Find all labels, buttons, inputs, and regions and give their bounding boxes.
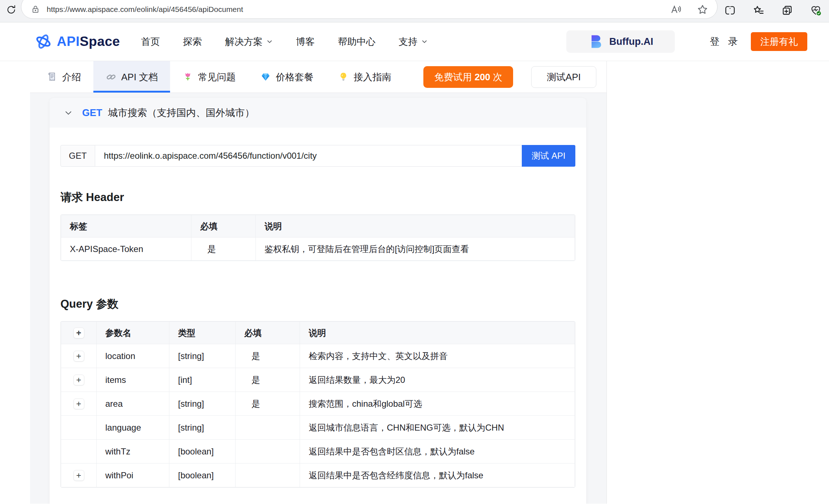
param-name-cell: items (97, 368, 169, 392)
param-name-cell: withTz (97, 440, 169, 464)
tab-pricing[interactable]: 价格套餐 (248, 61, 326, 93)
url-text[interactable]: https://www.apispace.com/eolink/api/4564… (47, 5, 670, 14)
table-row: + location [string] 是 检索内容，支持中文、英文以及拼音 (61, 344, 575, 368)
column-header: 参数名 (97, 322, 169, 344)
favorite-star-icon[interactable] (697, 4, 709, 16)
read-aloud-icon[interactable] (670, 4, 682, 16)
table-row: withTz [boolean] 返回结果中是否包含时区信息，默认为false (61, 440, 575, 464)
register-button[interactable]: 注册有礼 (751, 32, 807, 51)
description-cell: 鉴权私钥，可登陆后在管理后台的[访问控制]页面查看 (256, 238, 575, 261)
request-url-row: GET 测试 API (60, 145, 575, 167)
buffup-brand-text: Buffup.AI (609, 36, 653, 47)
free-trial-button[interactable]: 免费试用 200 次 (423, 66, 513, 88)
doc-content-area: GET 城市搜索（支持国内、国外城市） GET 测试 API 请求 Header (30, 93, 606, 504)
buffup-ai-banner[interactable]: Buffup.AI (566, 30, 675, 53)
tab-faq[interactable]: 常见问题 (170, 61, 248, 93)
expand-row-button[interactable]: + (73, 375, 84, 385)
description-cell: 检索内容，支持中文、英文以及拼音 (300, 344, 575, 368)
column-header: 必填 (236, 322, 300, 344)
apispace-logo-icon (34, 32, 53, 51)
query-params-table: + 参数名 类型 必填 说明 + location [strin (61, 321, 575, 487)
login-link[interactable]: 登 录 (710, 35, 741, 48)
apispace-logo-text: APISpace (57, 34, 120, 49)
collections-icon[interactable] (781, 4, 793, 16)
endpoint-title: 城市搜索（支持国内、国外城市） (108, 106, 255, 119)
browser-toolbar: https://www.apispace.com/eolink/api/4564… (0, 0, 829, 22)
browser-essentials-icon[interactable] (810, 4, 822, 16)
add-param-button[interactable]: + (73, 328, 84, 338)
buffup-logo-icon (588, 34, 604, 50)
endpoint-collapse-header[interactable]: GET 城市搜索（支持国内、国外城市） (50, 98, 586, 128)
param-type-cell: [boolean] (169, 440, 236, 464)
reload-icon[interactable] (4, 3, 18, 17)
apispace-logo[interactable]: APISpace (34, 32, 120, 51)
address-bar[interactable]: https://www.apispace.com/eolink/api/4564… (21, 0, 718, 19)
table-row: + withPoi [boolean] 返回结果中是否包含经纬度信息，默认为fa… (61, 464, 575, 487)
param-type-cell: [boolean] (169, 464, 236, 487)
required-cell: 是 (191, 238, 256, 261)
param-type-cell: [string] (169, 392, 236, 416)
main-nav: 首页 探索 解决方案 博客 帮助中心 支持 (141, 35, 428, 48)
nav-item-explore[interactable]: 探索 (183, 35, 202, 48)
test-api-tab-button[interactable]: 测试API (531, 66, 596, 88)
chevron-down-icon (421, 38, 428, 45)
column-header: 说明 (256, 215, 575, 238)
split-screen-icon[interactable] (724, 4, 736, 16)
lock-icon (31, 5, 40, 14)
document-icon (47, 72, 58, 82)
doc-tab-bar: 介绍 API 文档 常见问题 (0, 61, 606, 93)
required-cell (236, 416, 300, 440)
column-header: 说明 (300, 322, 575, 344)
column-header: 类型 (169, 322, 236, 344)
required-cell (236, 440, 300, 464)
param-name-cell: withPoi (97, 464, 169, 487)
endpoint-method-badge: GET (82, 107, 102, 119)
required-cell (236, 464, 300, 487)
description-cell: 返回结果中是否包含经纬度信息，默认为false (300, 464, 575, 487)
nav-item-home[interactable]: 首页 (141, 35, 160, 48)
chevron-down-icon[interactable] (64, 108, 73, 117)
nav-item-support[interactable]: 支持 (399, 35, 428, 48)
table-row: + items [int] 是 返回结果数量，最大为20 (61, 368, 575, 392)
expand-row-button[interactable]: + (73, 470, 84, 481)
tab-intro[interactable]: 介绍 (34, 61, 93, 93)
nav-item-help-center[interactable]: 帮助中心 (338, 35, 376, 48)
bulb-icon (338, 72, 349, 82)
request-header-table: 标签 必填 说明 X-APISpace-Token 是 鉴权私钥，可登陆后在管理… (61, 215, 575, 261)
favorites-icon[interactable] (753, 4, 765, 16)
description-cell: 返回结果数量，最大为20 (300, 368, 575, 392)
tab-api-doc[interactable]: API 文档 (93, 61, 170, 93)
nav-item-solutions[interactable]: 解决方案 (225, 35, 273, 48)
table-row: + area [string] 是 搜索范围，china和global可选 (61, 392, 575, 416)
endpoint-card: GET 城市搜索（支持国内、国外城市） GET 测试 API 请求 Header (50, 98, 586, 504)
run-test-api-button[interactable]: 测试 API (522, 145, 575, 167)
site-header: APISpace 首页 探索 解决方案 博客 帮助中心 支持 (0, 22, 829, 61)
description-cell: 返回城市信息语言，CHN和ENG可选，默认为CHN (300, 416, 575, 440)
column-header: 必填 (191, 215, 256, 238)
chevron-down-icon (266, 38, 273, 45)
request-header-section-title: 请求 Header (60, 190, 575, 205)
tulip-icon (182, 72, 193, 82)
param-type-cell: [int] (169, 368, 236, 392)
doc-main-column: 介绍 API 文档 常见问题 (0, 61, 606, 504)
request-url-input[interactable] (95, 145, 522, 167)
right-empty-panel (606, 61, 829, 504)
tab-guide[interactable]: 接入指南 (326, 61, 403, 93)
link-icon (106, 72, 117, 82)
table-header-row: 标签 必填 说明 (61, 215, 575, 238)
expand-row-button[interactable]: + (73, 398, 84, 409)
request-method-box: GET (60, 145, 95, 167)
required-cell: 是 (236, 368, 300, 392)
param-name-cell: location (97, 344, 169, 368)
param-name-cell: language (97, 416, 169, 440)
param-name-cell: area (97, 392, 169, 416)
description-cell: 返回结果中是否包含时区信息，默认为false (300, 440, 575, 464)
param-type-cell: [string] (169, 416, 236, 440)
query-params-section-title: Query 参数 (60, 296, 575, 312)
required-cell: 是 (236, 392, 300, 416)
expand-row-button[interactable]: + (73, 351, 84, 362)
required-cell: 是 (236, 344, 300, 368)
table-header-row: + 参数名 类型 必填 说明 (61, 322, 575, 344)
description-cell: 搜索范围，china和global可选 (300, 392, 575, 416)
nav-item-blog[interactable]: 博客 (296, 35, 315, 48)
